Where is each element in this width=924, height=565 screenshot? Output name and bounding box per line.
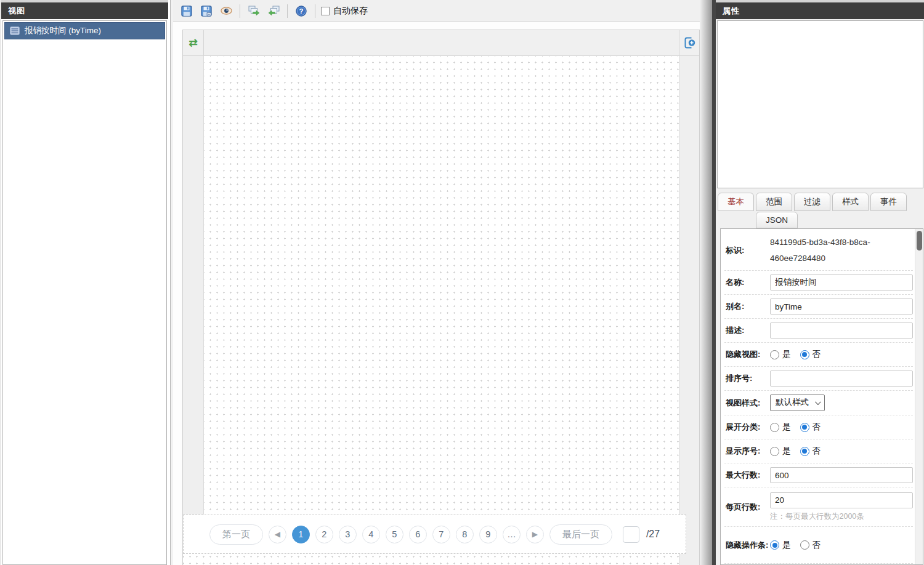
canvas-left-gutter: [183, 56, 204, 515]
next-arrow-icon: ▶: [532, 530, 538, 539]
page-button-8[interactable]: 8: [456, 526, 474, 543]
prop-row-hide-view: 隐藏视图: 是 否: [724, 343, 913, 367]
pagination-component[interactable]: 第一页 ◀ 1 2 3 4 5 6 7 8 9 … ▶ 最后一页: [183, 515, 686, 554]
prop-row-expand-category: 展开分类: 是 否: [724, 415, 913, 439]
tab-event[interactable]: 事件: [870, 193, 907, 211]
prop-label-sort-no: 排序号:: [726, 372, 770, 385]
radio-icon[interactable]: [800, 540, 809, 550]
prop-label-show-index: 显示序号:: [726, 445, 770, 457]
design-grid-area[interactable]: 第一页 ◀ 1 2 3 4 5 6 7 8 9 … ▶ 最后一页: [183, 56, 699, 565]
properties-preview-box: [717, 20, 923, 188]
page-button-2[interactable]: 2: [315, 526, 333, 543]
tab-filter[interactable]: 过滤: [794, 193, 830, 211]
radio-icon[interactable]: [770, 447, 779, 456]
hide-opbar-no-radio[interactable]: 否: [800, 540, 821, 551]
hide-opbar-yes-radio[interactable]: 是: [770, 540, 791, 551]
page-button-5[interactable]: 5: [386, 526, 403, 543]
show-index-no-radio[interactable]: 否: [800, 446, 821, 457]
radio-icon[interactable]: [800, 423, 809, 432]
first-page-button[interactable]: 第一页: [209, 524, 263, 545]
prop-label-desc: 描述:: [726, 324, 770, 337]
svg-text:?: ?: [299, 7, 303, 15]
prop-row-sort-no: 排序号:: [724, 367, 913, 391]
desc-input[interactable]: [770, 323, 913, 339]
sort-no-input[interactable]: [770, 371, 913, 387]
prop-label-hide-view: 隐藏视图:: [726, 348, 770, 361]
properties-panel-title: 属性: [716, 2, 924, 19]
hide-view-no-radio[interactable]: 否: [800, 349, 821, 360]
properties-scrollbar[interactable]: [915, 229, 923, 564]
tab-row-2: JSON: [756, 212, 924, 228]
refresh-icon[interactable]: ⇄: [183, 30, 204, 55]
page-button-6[interactable]: 6: [409, 526, 427, 543]
tab-json[interactable]: JSON: [756, 212, 798, 228]
radio-label: 否: [813, 422, 821, 433]
expand-no-radio[interactable]: 否: [800, 422, 821, 433]
radio-icon[interactable]: [770, 540, 779, 550]
expand-yes-radio[interactable]: 是: [770, 422, 791, 433]
views-list: 报销按时间 (byTime): [2, 20, 167, 565]
radio-icon[interactable]: [770, 423, 779, 432]
page-button-7[interactable]: 7: [432, 526, 450, 543]
table-view-icon: [10, 26, 20, 35]
prop-label-view-style: 视图样式:: [726, 397, 770, 409]
radio-icon[interactable]: [770, 350, 779, 359]
tab-scope[interactable]: 范围: [756, 193, 792, 211]
radio-icon[interactable]: [800, 447, 809, 456]
tab-basic[interactable]: 基本: [718, 193, 754, 211]
prev-page-button[interactable]: ◀: [269, 526, 286, 543]
prop-row-max-rows: 最大行数:: [724, 463, 913, 487]
prop-row-hide-opbar: 隐藏操作条: 是 否: [724, 527, 913, 564]
preview-eye-icon[interactable]: [218, 3, 234, 19]
next-page-button[interactable]: ▶: [526, 526, 544, 543]
page-button-1[interactable]: 1: [292, 526, 310, 543]
save-icon[interactable]: [179, 3, 195, 19]
left-splitter[interactable]: [168, 0, 173, 565]
autosave-checkbox[interactable]: [321, 7, 330, 15]
views-sidebar: 视图 报销按时间 (byTime): [0, 0, 168, 565]
max-rows-input[interactable]: [770, 467, 913, 483]
page-button-9[interactable]: 9: [479, 526, 497, 543]
rows-per-page-input[interactable]: [770, 492, 913, 508]
prop-row-name: 名称:: [724, 271, 913, 295]
page-button-3[interactable]: 3: [339, 526, 357, 543]
add-page-icon[interactable]: [679, 30, 699, 55]
canvas-toolbar: ⇄: [183, 30, 699, 56]
view-design-canvas: ⇄ 第一页 ◀: [182, 30, 700, 565]
show-index-yes-radio[interactable]: 是: [770, 446, 791, 457]
help-icon[interactable]: ?: [293, 3, 309, 19]
properties-form: 标识: 841199d5-bd3a-43f8-b8ca-460ee7284480…: [720, 228, 923, 565]
app-window: 视图 报销按时间 (byTime): [0, 0, 924, 565]
right-splitter[interactable]: [700, 0, 716, 565]
radio-label: 是: [782, 349, 791, 360]
save-as-icon[interactable]: [198, 3, 214, 19]
page-button-4[interactable]: 4: [362, 526, 380, 543]
view-list-item-bytime[interactable]: 报销按时间 (byTime): [4, 22, 165, 39]
alias-input[interactable]: [770, 299, 913, 315]
radio-icon[interactable]: [800, 350, 809, 359]
designer-workspace: ⇄ 第一页 ◀: [173, 22, 700, 565]
radio-label: 否: [813, 349, 821, 360]
view-item-label: 报销按时间 (byTime): [25, 25, 101, 36]
last-page-button[interactable]: 最后一页: [549, 524, 612, 545]
prop-label-alias: 别名:: [726, 300, 770, 313]
radio-label: 是: [782, 422, 791, 433]
autosave-toggle[interactable]: 自动保存: [321, 6, 368, 17]
prop-label-id: 标识:: [726, 244, 770, 257]
import-icon[interactable]: [265, 3, 282, 19]
name-input[interactable]: [770, 274, 913, 291]
designer-main: ? 自动保存 ⇄: [173, 0, 700, 565]
scrollbar-thumb[interactable]: [917, 231, 922, 250]
page-ellipsis[interactable]: …: [503, 526, 521, 543]
toolbar-separator: [240, 4, 240, 18]
view-style-select[interactable]: 默认样式: [770, 395, 825, 411]
toolbar-separator: [287, 4, 288, 18]
tab-style[interactable]: 样式: [832, 193, 869, 211]
prop-label-expand-category: 展开分类:: [726, 421, 770, 433]
page-number-input[interactable]: [623, 526, 639, 543]
chevron-down-icon: [815, 399, 821, 405]
view-style-value: 默认样式: [776, 397, 809, 408]
export-icon[interactable]: [246, 3, 262, 19]
hide-view-yes-radio[interactable]: 是: [770, 349, 791, 360]
radio-label: 否: [813, 446, 821, 457]
